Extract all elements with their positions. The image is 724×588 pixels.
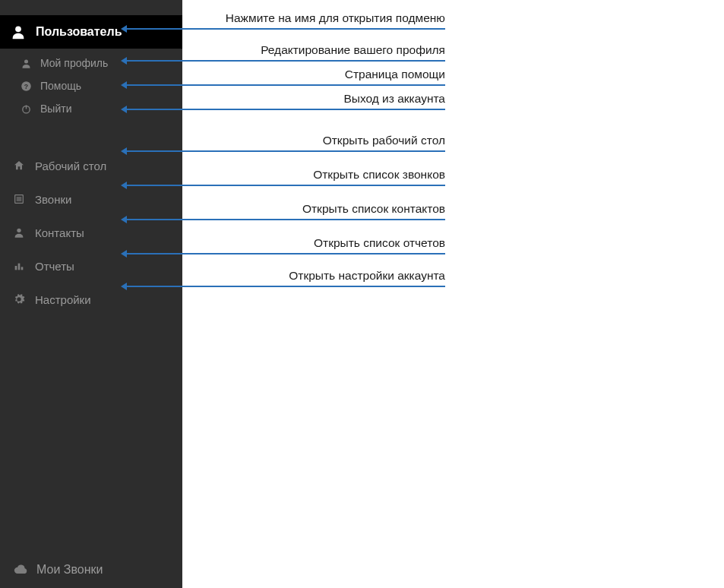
nav-settings[interactable]: Настройки: [0, 283, 182, 316]
help-icon: ?: [19, 79, 33, 93]
svg-rect-11: [15, 266, 17, 270]
annotation-line: [125, 28, 445, 30]
home-icon: [12, 159, 26, 172]
sidebar-footer[interactable]: Мои Звонки: [0, 552, 182, 588]
sidebar-footer-label: Мои Звонки: [36, 563, 103, 577]
svg-rect-13: [21, 267, 24, 270]
annotation-line: [125, 109, 445, 110]
nav-calls[interactable]: Звонки: [0, 182, 182, 216]
app-root: Пользователь Мой профиль ? Помощь Выйти: [0, 0, 724, 588]
nav-label: Рабочий стол: [35, 160, 106, 172]
annotation-label: Редактирование вашего профиля: [261, 43, 445, 57]
person-icon: [12, 226, 26, 239]
annotation-label: Нажмите на имя для открытия подменю: [226, 11, 445, 25]
arrow-left-icon: [121, 106, 127, 113]
nav-label: Отчеты: [35, 260, 74, 273]
sidebar-sub-label: Мой профиль: [40, 57, 108, 69]
svg-point-0: [15, 26, 21, 32]
arrow-left-icon: [121, 25, 127, 33]
bars-icon: [12, 259, 26, 273]
list-icon: [12, 192, 26, 206]
arrow-left-icon: [121, 250, 127, 258]
cloud-icon: [14, 562, 29, 577]
nav-contacts[interactable]: Контакты: [0, 216, 182, 249]
content-area: Нажмите на имя для открытия подменюРедак…: [182, 0, 724, 588]
arrow-left-icon: [121, 182, 127, 189]
annotation-label: Открыть настройки аккаунта: [289, 269, 445, 283]
arrow-left-icon: [121, 81, 127, 89]
gear-icon: [12, 292, 26, 306]
svg-text:?: ?: [24, 82, 27, 90]
annotation-label: Открыть список отчетов: [314, 236, 445, 250]
annotation-label: Страница помощи: [345, 68, 445, 81]
annotation-label: Открыть список контактов: [302, 202, 445, 216]
annotation-line: [125, 84, 445, 86]
sidebar-sub-label: Выйти: [40, 103, 71, 115]
nav-label: Звонки: [35, 193, 71, 206]
sidebar-sub-label: Помощь: [40, 80, 81, 92]
annotation-line: [125, 253, 445, 254]
nav-label: Настройки: [35, 293, 91, 306]
nav-label: Контакты: [35, 226, 84, 239]
annotation-line: [125, 286, 445, 287]
arrow-left-icon: [121, 147, 127, 155]
arrow-left-icon: [121, 283, 127, 290]
annotation-label: Выход из аккаунта: [343, 92, 445, 106]
annotation-line: [125, 60, 445, 62]
person-icon: [19, 56, 33, 70]
annotation-line: [125, 185, 445, 186]
sidebar-sub-profile[interactable]: Мой профиль: [0, 52, 182, 74]
arrow-left-icon: [121, 216, 127, 223]
sidebar: Пользователь Мой профиль ? Помощь Выйти: [0, 0, 182, 588]
svg-point-10: [17, 229, 21, 232]
annotation-label: Открыть список звонков: [313, 168, 445, 182]
sidebar-user-header[interactable]: Пользователь: [0, 15, 182, 49]
annotation-label: Открыть рабочий стол: [323, 134, 445, 147]
annotation-line: [125, 150, 445, 152]
power-icon: [19, 102, 33, 115]
nav-desktop[interactable]: Рабочий стол: [0, 149, 182, 182]
arrow-left-icon: [121, 57, 127, 65]
svg-rect-12: [18, 264, 21, 270]
sidebar-main-nav: Рабочий стол Звонки Контакты Отчеты: [0, 125, 182, 316]
sidebar-sub-help[interactable]: ? Помощь: [0, 74, 182, 97]
sidebar-user-label: Пользователь: [36, 25, 122, 39]
annotation-line: [125, 219, 445, 220]
user-icon: [10, 24, 27, 40]
svg-point-1: [24, 59, 28, 63]
